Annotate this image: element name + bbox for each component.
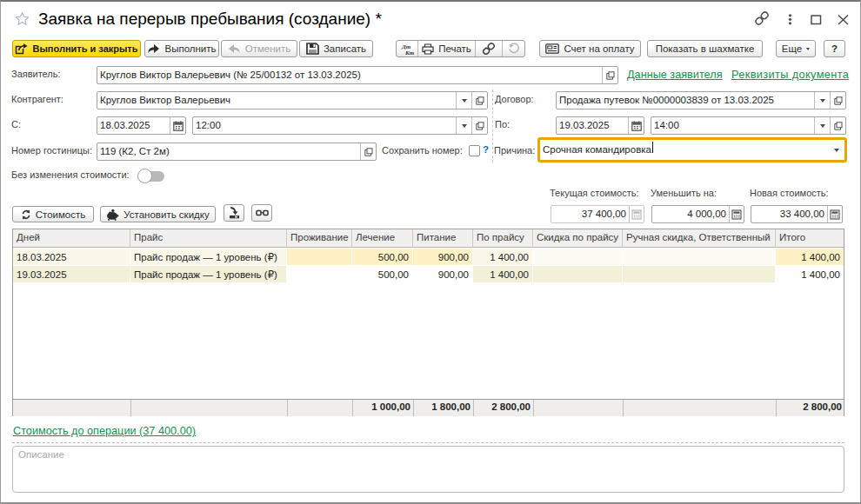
svg-text:Кт: Кт bbox=[404, 50, 414, 56]
